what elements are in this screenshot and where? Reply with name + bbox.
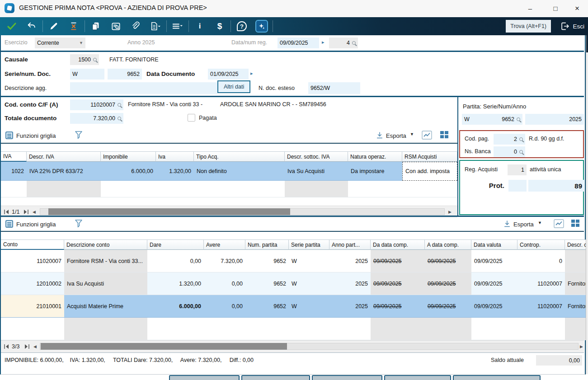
cell-a-data[interactable]: 09/09/2025 — [425, 295, 471, 318]
cell-avere[interactable]: 0,00 — [204, 295, 245, 318]
cod-pag-field[interactable]: 2 — [494, 134, 525, 145]
currency-button[interactable]: $ — [210, 17, 230, 35]
cell-controp[interactable]: 0 — [517, 250, 565, 272]
empty-cell[interactable] — [156, 181, 194, 197]
cell-conto[interactable]: 21010001 — [1, 295, 64, 318]
vertical-scrollbar[interactable] — [586, 35, 588, 374]
data-reg-field[interactable]: 09/09/2025 — [278, 38, 319, 48]
cell-controp[interactable]: 11020007 — [517, 272, 565, 295]
cell-tipo-acq[interactable]: Non definito — [194, 162, 285, 181]
cell-descr-controp[interactable]: Fornitor — [565, 272, 587, 295]
partita-serie-field[interactable]: W — [462, 114, 481, 125]
prot-serie-field[interactable] — [508, 180, 527, 192]
cell-num-partita[interactable]: 9652 — [245, 250, 289, 272]
cod-conto-field[interactable]: 11020007 — [70, 99, 123, 110]
cell-descr-iva[interactable]: IVA 22% DPR 633/72 — [27, 162, 101, 181]
document-menu-button[interactable] — [146, 17, 165, 35]
cell-descr-controp[interactable] — [565, 250, 587, 272]
empty-cell[interactable] — [194, 181, 285, 197]
col-header-iva[interactable]: IVA — [1, 151, 27, 162]
col-header-anno-partita[interactable]: Anno part... — [329, 239, 371, 250]
col-header-a-data-comp[interactable]: A data comp. — [425, 239, 471, 250]
grid-functions-icon[interactable] — [5, 131, 13, 139]
empty-cell[interactable] — [204, 318, 245, 340]
empty-cell[interactable] — [565, 318, 587, 340]
filter-icon[interactable] — [74, 130, 83, 140]
col-header-data-valuta[interactable]: Data valuta — [471, 239, 517, 250]
cell-descr-sottoc[interactable]: Iva Su Acquisti — [285, 162, 348, 181]
empty-cell[interactable] — [371, 318, 425, 340]
totale-documento-field[interactable]: 7.320,00 — [70, 113, 123, 124]
col-header-da-data-comp[interactable]: Da data comp. — [371, 239, 425, 250]
cell-num-partita[interactable]: 9652 — [245, 272, 289, 295]
cell-anno-partita[interactable]: 2025 — [329, 250, 371, 272]
filter-icon[interactable] — [74, 219, 83, 229]
col-header-rsm-acquisti[interactable]: RSM Acquisti — [402, 151, 457, 162]
col-header-natura-operaz[interactable]: Natura operaz. — [348, 151, 402, 162]
menu-button[interactable] — [168, 17, 188, 35]
num-reg-field[interactable]: 4 — [329, 38, 358, 48]
empty-cell[interactable] — [425, 318, 471, 340]
cell-imponibile[interactable]: 6.000,00 — [101, 162, 156, 181]
last-page-icon[interactable] — [24, 209, 29, 215]
copy-button[interactable] — [86, 17, 106, 35]
pagata-checkbox[interactable] — [188, 114, 195, 122]
grid-functions-icon[interactable] — [5, 220, 13, 228]
cell-rsm-acquisti[interactable]: Con add. imposta — [402, 162, 457, 181]
cell-dare[interactable]: 6.000,00 — [147, 295, 204, 318]
cell-data-valuta[interactable]: 09/09/2025 — [471, 250, 517, 272]
exit-button[interactable]: Esci — [560, 19, 584, 33]
empty-cell[interactable] — [402, 181, 457, 197]
cell-avere[interactable]: 7.320,00 — [204, 250, 245, 272]
cell-da-data[interactable]: 09/09/2025 — [371, 272, 425, 295]
col-header-imponibile[interactable]: Imponibile — [101, 151, 156, 162]
scroll-left-icon[interactable]: ◀ — [33, 210, 36, 214]
cell-dare[interactable]: 0,00 — [147, 250, 204, 272]
cell-data-valuta[interactable]: 09/09/2025 — [471, 295, 517, 318]
col-header-controp[interactable]: Controp. — [517, 239, 565, 250]
col-header-conto[interactable]: Conto — [1, 239, 64, 250]
scroll-left-icon[interactable]: ◀ — [33, 344, 37, 349]
attachment-button[interactable] — [126, 17, 146, 35]
causale-field[interactable]: 1500 — [70, 54, 99, 65]
minimize-button[interactable]: – — [521, 3, 539, 14]
cell-descrizione[interactable]: Acquisti Materie Prime — [64, 295, 147, 318]
col-header-avere[interactable]: Avere — [204, 239, 245, 250]
last-page-icon[interactable] — [24, 344, 30, 349]
download-icon[interactable] — [503, 220, 512, 229]
cell-descrizione[interactable]: Fornitore RSM - Via conti 33... — [64, 250, 147, 272]
download-icon[interactable] — [375, 131, 384, 140]
num-doc-field[interactable]: 9652 — [108, 69, 142, 80]
cell-serie-partita[interactable]: W — [289, 272, 329, 295]
h-scrollbar-thumb[interactable] — [48, 208, 290, 215]
scroll-right-icon[interactable]: ▶ — [580, 344, 583, 349]
empty-cell[interactable] — [101, 181, 156, 197]
empty-cell[interactable] — [64, 318, 147, 340]
ns-banca-field[interactable]: 0 — [494, 146, 525, 157]
serie-doc-field[interactable]: W — [70, 69, 104, 80]
cell-iva-amount[interactable]: 1.320,00 — [156, 162, 194, 181]
cell-num-partita[interactable]: 9652 — [245, 295, 289, 318]
layout-blocks-icon[interactable] — [571, 220, 580, 228]
col-header-descr-sottoc[interactable]: Descr. sottoc. IVA — [285, 151, 348, 162]
chevron-down-icon[interactable]: ▼ — [538, 220, 542, 225]
cell-a-data[interactable]: 09/09/2025 — [425, 272, 471, 295]
chart-icon[interactable] — [421, 130, 433, 141]
empty-cell[interactable] — [329, 318, 371, 340]
edit-button[interactable] — [44, 17, 64, 35]
confirm-button[interactable] — [2, 17, 22, 35]
data-documento-field[interactable]: 01/09/2025 — [208, 69, 249, 80]
cell-dare[interactable]: 1.320,00 — [147, 272, 204, 295]
cell-controp[interactable]: 11020007 — [517, 295, 565, 318]
empty-cell[interactable] — [147, 318, 204, 340]
col-header-num-partita[interactable]: Num. partita — [245, 239, 289, 250]
h-scrollbar-thumb[interactable] — [41, 343, 287, 350]
first-page-icon[interactable] — [4, 209, 9, 215]
close-button[interactable]: × — [568, 3, 586, 14]
col-header-descr-iva[interactable]: Descr. IVA — [27, 151, 101, 162]
date-expand-icon[interactable]: ▸ — [250, 70, 253, 76]
delete-button[interactable] — [64, 17, 84, 35]
partita-anno-field[interactable]: 2025 — [525, 114, 584, 125]
cell-anno-partita[interactable]: 2025 — [329, 295, 371, 318]
col-header-serie-partita[interactable]: Serie partita — [289, 239, 329, 250]
